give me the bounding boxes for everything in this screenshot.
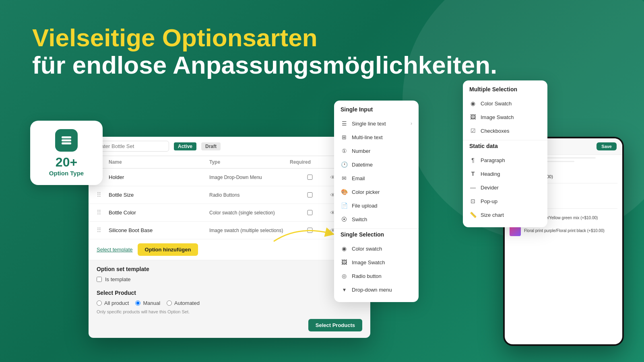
multi-line-icon: ⊞: [341, 134, 348, 141]
color-swatch-item[interactable]: ◉ Color swatch: [334, 242, 419, 255]
row-type: Radio Buttons: [209, 192, 290, 198]
radio-button-label: Radio button: [352, 273, 382, 279]
badge-icon: [55, 129, 78, 152]
email-item[interactable]: ✉ Email: [334, 171, 419, 185]
datetime-item[interactable]: 🕐 Datetime: [334, 158, 419, 171]
multi-line-text-item[interactable]: ⊞ Multi-line text: [334, 130, 419, 144]
row-name: Silicone Boot Base: [109, 227, 209, 233]
multi-image-swatch-icon: 🖼: [469, 113, 477, 121]
multi-color-swatch-item[interactable]: ◉ Color Swatch: [463, 97, 547, 110]
datetime-label: Datetime: [352, 162, 373, 168]
multi-image-swatch-label: Image Swatch: [481, 114, 514, 120]
hero-section: Vielseitige Optionsarten für endlose Anp…: [32, 24, 497, 79]
number-label: Number: [352, 148, 370, 154]
size-chart-label: Size chart: [481, 212, 504, 218]
file-upload-icon: 📄: [341, 202, 348, 209]
svg-rect-1: [62, 140, 71, 142]
hint-text: Only specific products will have this Op…: [89, 308, 370, 316]
paragraph-item[interactable]: ¶ Paragraph: [463, 153, 547, 167]
automated-option[interactable]: Automated: [167, 300, 200, 306]
multi-color-swatch-icon: ◉: [469, 100, 477, 107]
devider-item[interactable]: — Devider: [463, 181, 547, 194]
is-template-checkbox[interactable]: [97, 277, 102, 282]
checkboxes-icon: ☑: [469, 127, 477, 134]
color-swatch-label: Color swatch: [352, 246, 382, 252]
checkboxes-item[interactable]: ☑ Checkboxes: [463, 124, 547, 138]
table-row: ⠿ Bottle Size Radio Buttons 👁 ⚙ 🗑: [89, 186, 370, 204]
multi-line-label: Multi-line text: [352, 134, 383, 140]
row-name: Holder: [109, 174, 209, 180]
hero-line2: für endlose Anpassungsmöglichkeiten.: [32, 51, 497, 79]
row-type: Image Drop-Down Menu: [209, 175, 290, 180]
row-name: Bottle Size: [109, 192, 209, 198]
checkboxes-label: Checkboxes: [481, 128, 510, 134]
color-picker-icon: 🎨: [341, 188, 348, 195]
multiple-selection-title: Multiple Selection: [463, 86, 547, 97]
option-type-badge: 20+ Option Type: [30, 121, 103, 185]
size-chart-icon: 📏: [469, 211, 477, 218]
devider-icon: —: [469, 184, 477, 191]
select-products-button[interactable]: Select Products: [308, 319, 362, 331]
table-header: Name Type Required: [89, 156, 370, 169]
table-row: ⠿ Holder Image Drop-Down Menu 👁 ⚙ 🗑: [89, 169, 370, 186]
image-swatch-item[interactable]: 🖼 Image Swatch: [334, 255, 419, 269]
expand-icon: ▾: [341, 286, 348, 293]
dropdown-menu-item[interactable]: ▾ Drop-down menu: [334, 283, 419, 296]
radio-button-item[interactable]: ◎ Radio button: [334, 269, 419, 283]
is-template-row: Is template: [89, 275, 370, 284]
row-type: Color swatch (single selection): [209, 210, 290, 216]
switch-label: Switch: [352, 216, 367, 222]
color-picker-label: Color picker: [352, 189, 380, 195]
heading-icon: T: [469, 170, 477, 177]
required-checkbox[interactable]: [290, 210, 330, 215]
static-data-title: Static data: [463, 143, 547, 153]
image-swatch-icon: 🖼: [341, 259, 348, 266]
file-upload-item[interactable]: 📄 File upload: [334, 199, 419, 212]
file-upload-label: File upload: [352, 203, 378, 209]
badge-label: Option Type: [49, 170, 84, 177]
size-chart-item[interactable]: 📏 Size chart: [463, 208, 547, 222]
color-picker-item[interactable]: 🎨 Color picker: [334, 185, 419, 199]
single-input-dropdown: Single Input ☰ Single line text › ⊞ Mult…: [334, 101, 419, 302]
popup-item[interactable]: ⊡ Pop-up: [463, 194, 547, 208]
svg-rect-0: [62, 136, 71, 138]
bottle-set-input[interactable]: [97, 141, 169, 152]
all-product-option[interactable]: All product: [97, 300, 129, 306]
popup-icon: ⊡: [469, 197, 477, 205]
multi-image-swatch-item[interactable]: 🖼 Image Swatch: [463, 110, 547, 124]
number-item[interactable]: ① Number: [334, 144, 419, 158]
active-badge: Active: [174, 142, 196, 150]
switch-item[interactable]: ⦿ Switch: [334, 212, 419, 226]
drag-handle-icon[interactable]: ⠿: [97, 209, 109, 216]
hero-line1: Vielseitige Optionsarten: [32, 24, 497, 51]
single-selection-title: Single Selection: [334, 231, 419, 242]
heading-label: Heading: [481, 171, 500, 177]
product-label-floral: Floral print purple/Floral print black (…: [524, 228, 605, 233]
dropdown-divider: [463, 140, 547, 140]
stack-icon: [60, 134, 73, 147]
color-swatch-icon: ◉: [341, 245, 348, 252]
heading-item[interactable]: T Heading: [463, 167, 547, 181]
chevron-right-icon: ›: [411, 121, 412, 126]
paragraph-label: Paragraph: [481, 157, 505, 163]
number-icon: ①: [341, 147, 348, 154]
is-template-label: Is template: [105, 276, 131, 282]
dropdown-menu-label: Drop-down menu: [352, 287, 392, 293]
manual-option[interactable]: Manual: [135, 300, 160, 306]
drag-handle-icon[interactable]: ⠿: [97, 226, 109, 234]
single-line-label: Single line text: [352, 121, 386, 127]
datetime-icon: 🕐: [341, 161, 348, 168]
single-line-text-item[interactable]: ☰ Single line text ›: [334, 117, 419, 130]
select-product-label: Select Product: [89, 284, 370, 298]
draft-badge: Draft: [201, 142, 221, 150]
popup-label: Pop-up: [481, 198, 497, 204]
multi-color-swatch-label: Color Swatch: [481, 101, 512, 107]
drag-handle-icon[interactable]: ⠿: [97, 191, 109, 199]
device-save-button[interactable]: Save: [597, 142, 617, 150]
select-template-button[interactable]: Select template: [97, 247, 133, 253]
svg-rect-2: [62, 142, 71, 144]
required-checkbox[interactable]: [290, 192, 330, 197]
required-checkbox[interactable]: [290, 175, 330, 180]
add-option-button[interactable]: Option hinzufügen: [138, 243, 198, 256]
devider-label: Devider: [481, 185, 499, 191]
